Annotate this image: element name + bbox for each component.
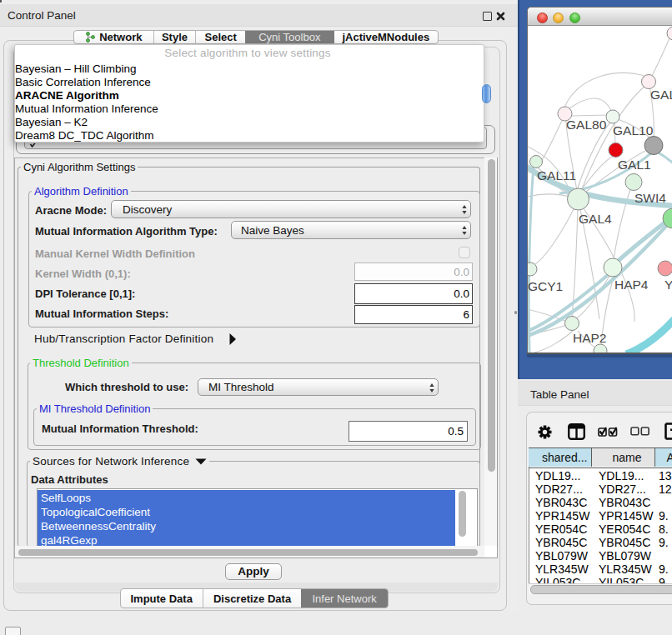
svg-text:HAP4: HAP4 [614,278,649,292]
svg-text:GAL11: GAL11 [537,168,576,182]
svg-text:GAL80: GAL80 [566,118,607,132]
svg-text:GCY1: GCY1 [528,279,563,293]
svg-text:GAL: GAL [650,88,672,102]
svg-text:GAL10: GAL10 [613,123,654,138]
svg-text:GAL4: GAL4 [579,212,612,226]
svg-text:HAP2: HAP2 [573,331,607,345]
svg-text:SWI4: SWI4 [634,191,666,205]
svg-text:GAL1: GAL1 [618,158,651,172]
svg-text:Y: Y [664,278,672,292]
